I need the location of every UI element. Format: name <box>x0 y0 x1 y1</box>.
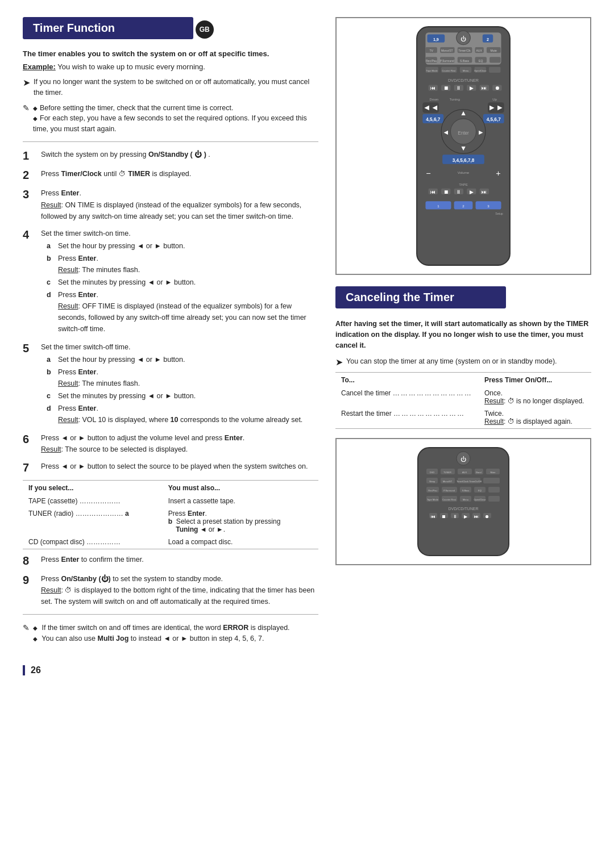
svg-text:▶: ▶ <box>470 189 474 195</box>
step4c: c Set the minutes by pressing ◄ or ► but… <box>47 277 318 288</box>
step-num-8: 8 <box>23 554 36 567</box>
svg-text:Enter: Enter <box>458 131 469 136</box>
svg-text:Sleep: Sleep <box>429 480 435 483</box>
svg-text:⏺: ⏺ <box>485 514 489 519</box>
step-content-4: Set the timer switch-on time. a Set the … <box>41 228 318 336</box>
left-column: Timer Function GB The timer enables you … <box>23 17 318 675</box>
svg-text:DVD/CD/TUNER: DVD/CD/TUNER <box>449 507 479 511</box>
note-block-2: ✎ ◆Before setting the timer, check that … <box>23 103 318 135</box>
svg-text:Setup: Setup <box>495 212 503 215</box>
remote-image-bottom: ⏻ DVD TUNER AUX Band Mute <box>335 438 591 565</box>
svg-text:⏻: ⏻ <box>460 36 466 42</box>
svg-text:−: − <box>426 169 430 178</box>
remote-image-top: ⏻ 1,9 2 TV Mono/ST <box>335 17 591 275</box>
step-num-4: 4 <box>23 228 36 241</box>
svg-text:◄: ◄ <box>442 128 449 136</box>
right-column: ⏻ 1,9 2 TV Mono/ST <box>335 17 591 675</box>
svg-text:⏭: ⏭ <box>482 189 487 195</box>
divider-1 <box>23 141 318 142</box>
svg-text:⏮: ⏮ <box>430 189 435 195</box>
svg-text:Band: Band <box>476 471 481 474</box>
arrow-icon-1: ➤ <box>23 77 30 88</box>
step-content-3: Press Enter. Result: ON TIME is displaye… <box>41 187 318 222</box>
svg-text:DVD: DVD <box>430 471 435 474</box>
select-col2: You must also... <box>164 482 317 494</box>
table-row: TAPE (cassette) ……………… Insert a cassette… <box>24 495 317 507</box>
step-content-5: Set the timer switch-off time. a Set the… <box>41 341 318 427</box>
svg-text:▶: ▶ <box>464 514 468 519</box>
svg-text:EQ: EQ <box>478 489 482 492</box>
diamond-2: ◆ <box>33 115 38 122</box>
gb-badge: GB <box>196 20 214 39</box>
table-row: Restart the timer ……………………… Twice. Resul… <box>337 408 590 427</box>
table-row: TUNER (radio) ………………… a Press Enter. b S… <box>24 508 317 535</box>
cancel-row2-action: Restart the timer ……………………… <box>337 408 479 427</box>
step-8: 8 Press Enter to confirm the timer. <box>23 554 318 567</box>
step-5: 5 Set the timer switch-off time. a Set t… <box>23 341 318 427</box>
step-num-5: 5 <box>23 341 36 355</box>
step4-substeps: a Set the hour by pressing ◄ or ► button… <box>47 240 318 335</box>
step-num-9: 9 <box>23 573 36 587</box>
svg-text:Menu: Menu <box>463 498 468 501</box>
arrow-icon-cancel: ➤ <box>335 357 343 368</box>
svg-text:▲: ▲ <box>460 109 467 117</box>
cancel-note-text: You can stop the timer at any time (syst… <box>346 356 557 367</box>
svg-text:Tape Mode: Tape Mode <box>426 69 438 72</box>
note-block-error: ✎ ◆ If the timer switch on and off times… <box>23 623 318 644</box>
step-num-2: 2 <box>23 168 36 182</box>
diamond-1: ◆ <box>33 105 38 111</box>
step4d: d Press Enter. Result: OFF TIME is displ… <box>47 289 318 335</box>
example-line: Example: You wish to wake up to music ev… <box>23 62 318 71</box>
cancel-row2-press: Twice. Result: ⏱ is displayed again. <box>480 408 590 427</box>
svg-text:S.Bass: S.Bass <box>462 489 470 492</box>
select-row3-col1: CD (compact disc) …………… <box>24 536 163 548</box>
page: Timer Function GB The timer enables you … <box>0 0 614 868</box>
svg-text:TUNER: TUNER <box>443 471 451 474</box>
timer-function-header: Timer Function <box>23 17 193 39</box>
note-block-1: ➤ If you no longer want the system to be… <box>23 77 318 98</box>
cancel-row1-action: Cancel the timer ………………………… <box>337 387 479 407</box>
svg-text:Mute: Mute <box>491 49 497 52</box>
svg-text:2: 2 <box>487 37 489 42</box>
svg-text:◄◄: ◄◄ <box>422 103 438 112</box>
note-error-text: ◆ If the timer switch on and off times a… <box>33 623 290 644</box>
svg-text:4,5,6,7: 4,5,6,7 <box>487 117 501 122</box>
pencil-icon-2: ✎ <box>23 623 30 632</box>
svg-text:►: ► <box>478 128 484 136</box>
step-num-7: 7 <box>23 461 36 474</box>
select-row1-col1: TAPE (cassette) ……………… <box>24 495 163 507</box>
svg-text:⏭: ⏭ <box>474 514 479 519</box>
svg-text:P.Surround: P.Surround <box>440 59 454 62</box>
svg-text:EQ: EQ <box>479 59 483 62</box>
cancel-section: Canceling the Timer After having set the… <box>335 286 591 565</box>
cancel-row1-press: Once. Result: ⏱ is no longer displayed. <box>480 387 590 407</box>
svg-rect-31 <box>489 67 500 73</box>
svg-rect-114 <box>488 487 500 493</box>
svg-text:Timer/Clk: Timer/Clk <box>458 49 471 52</box>
svg-text:2: 2 <box>462 204 464 208</box>
svg-text:⏭: ⏭ <box>482 85 487 91</box>
svg-text:AUX: AUX <box>476 49 482 52</box>
step-3: 3 Press Enter. Result: ON TIME is displa… <box>23 187 318 222</box>
svg-text:3: 3 <box>487 204 489 208</box>
svg-text:Mono/ST: Mono/ST <box>443 480 453 483</box>
step5-substeps: a Set the hour by pressing ◄ or ► button… <box>47 354 318 425</box>
step-content-7: Press ◄ or ► button to select the source… <box>41 461 318 472</box>
svg-text:⏸: ⏸ <box>453 514 457 519</box>
page-number: 26 <box>23 665 41 675</box>
svg-text:⏮: ⏮ <box>431 514 435 519</box>
select-table: If you select... You must also... TAPE (… <box>23 480 318 549</box>
svg-rect-22 <box>489 57 500 62</box>
svg-text:Up: Up <box>492 97 497 101</box>
cancel-table: To... Press Timer On/Off... Cancel the t… <box>335 372 591 429</box>
step4b: b Press Enter. Result: The minutes flash… <box>47 253 318 276</box>
svg-rect-123 <box>488 496 500 502</box>
step-7: 7 Press ◄ or ► button to select the sour… <box>23 461 318 474</box>
cancel-note: ➤ You can stop the timer at any time (sy… <box>335 356 591 368</box>
step-4: 4 Set the timer switch-on time. a Set th… <box>23 228 318 336</box>
cancel-header: Canceling the Timer <box>335 286 506 308</box>
step-content-8: Press Enter to confirm the timer. <box>41 554 318 565</box>
svg-text:TAPE: TAPE <box>459 182 468 186</box>
svg-text:Tape Mode: Tape Mode <box>427 498 439 501</box>
remote-svg-top: ⏻ 1,9 2 TV Mono/ST <box>401 24 526 268</box>
